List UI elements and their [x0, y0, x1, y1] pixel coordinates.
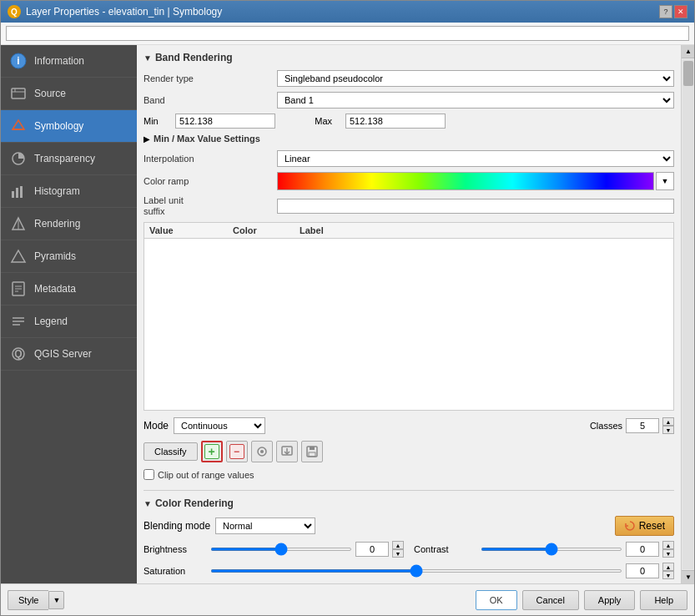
- band-rendering-header: ▼ Band Rendering: [144, 52, 674, 63]
- color-ramp-dropdown-btn[interactable]: ▼: [656, 172, 674, 190]
- min-label: Min: [144, 116, 169, 126]
- brightness-label: Brightness: [144, 544, 210, 554]
- saturation-slider[interactable]: [210, 569, 622, 573]
- svg-point-23: [260, 450, 264, 453]
- interpolation-row: Interpolation Linear Discrete Exact: [144, 150, 674, 167]
- load-button[interactable]: [276, 441, 298, 462]
- help-button[interactable]: Help: [640, 590, 687, 610]
- minmax-settings-row[interactable]: ▶ Min / Max Value Settings: [144, 134, 674, 144]
- classes-up-btn[interactable]: ▲: [662, 417, 674, 426]
- search-input[interactable]: [6, 26, 689, 41]
- sidebar-item-pyramids[interactable]: Pyramids: [1, 240, 137, 273]
- band-select[interactable]: Band 1: [277, 92, 674, 109]
- sidebar-label-rendering: Rendering: [34, 218, 80, 230]
- sidebar-item-rendering[interactable]: Rendering: [1, 208, 137, 240]
- classify-button[interactable]: Classify: [144, 442, 198, 461]
- contrast-down-btn[interactable]: ▼: [662, 549, 674, 558]
- sidebar-item-qgis-server[interactable]: Q QGIS Server: [1, 338, 137, 371]
- table-body: [144, 239, 673, 410]
- sidebar-item-source[interactable]: Source: [1, 78, 137, 110]
- sidebar-item-metadata[interactable]: Metadata: [1, 273, 137, 305]
- color-picker-icon: [255, 445, 269, 458]
- minmax-row: Min Max: [144, 114, 674, 129]
- band-rendering-arrow: ▼: [144, 53, 152, 63]
- color-rendering-arrow: ▼: [144, 499, 152, 508]
- sidebar-item-histogram[interactable]: Histogram: [1, 175, 137, 208]
- search-bar: [1, 23, 694, 45]
- scrollbar-thumb[interactable]: [683, 61, 693, 86]
- table-header-color: Color: [233, 225, 300, 235]
- mode-select[interactable]: Continuous Equal interval Quantile: [174, 417, 265, 434]
- color-rendering-section: ▼ Color Rendering Blending mode Normal M…: [144, 490, 674, 583]
- minimize-button[interactable]: ?: [659, 5, 672, 18]
- table-header-label: Label: [300, 225, 668, 235]
- render-type-control: Singleband pseudocolor: [277, 70, 674, 87]
- close-button[interactable]: ✕: [674, 5, 687, 18]
- svg-rect-2: [12, 88, 25, 98]
- metadata-icon: [9, 280, 28, 298]
- sidebar-item-transparency[interactable]: Transparency: [1, 143, 137, 175]
- scrollbar-up-btn[interactable]: ▲: [682, 45, 694, 58]
- add-value-button[interactable]: +: [201, 441, 223, 462]
- render-type-select[interactable]: Singleband pseudocolor: [277, 70, 674, 87]
- contrast-slider[interactable]: [481, 548, 622, 551]
- contrast-value-input[interactable]: [626, 542, 659, 557]
- sidebar: i Information Source Symbology: [1, 45, 137, 583]
- saturation-down-btn[interactable]: ▼: [662, 571, 674, 579]
- render-type-label: Render type: [144, 73, 277, 83]
- max-label: Max: [282, 116, 332, 126]
- reset-button[interactable]: Reset: [615, 516, 674, 536]
- saturation-value-input[interactable]: [626, 563, 659, 578]
- classes-spinner: ▲ ▼: [662, 417, 674, 434]
- color-ramp-display[interactable]: [277, 172, 654, 190]
- ok-button[interactable]: OK: [476, 590, 517, 610]
- color-ramp-label: Color ramp: [144, 176, 277, 186]
- scrollbar-down-btn[interactable]: ▼: [682, 570, 694, 583]
- action-row: Classify + −: [144, 441, 674, 462]
- blending-mode-select[interactable]: Normal Multiply Screen Overlay: [215, 518, 315, 534]
- sidebar-item-legend[interactable]: Legend: [1, 305, 137, 338]
- classes-down-btn[interactable]: ▼: [662, 426, 674, 434]
- color-picker-button[interactable]: [251, 441, 273, 462]
- right-panel: ▼ Band Rendering Render type Singleband …: [137, 45, 681, 583]
- blending-row: Blending mode Normal Multiply Screen Ove…: [144, 516, 674, 536]
- main-content: i Information Source Symbology: [1, 45, 694, 583]
- table-header: Value Color Label: [144, 223, 673, 239]
- minmax-settings-label: Min / Max Value Settings: [154, 134, 260, 144]
- bottom-bar: Style ▼ OK Cancel Apply Help: [1, 583, 694, 615]
- brightness-slider[interactable]: [210, 548, 352, 551]
- sidebar-item-information[interactable]: i Information: [1, 45, 137, 78]
- max-input[interactable]: [345, 114, 446, 129]
- svg-rect-7: [12, 191, 14, 198]
- mode-row: Mode Continuous Equal interval Quantile …: [144, 417, 674, 434]
- label-unit-suffix-input[interactable]: [277, 199, 674, 214]
- main-window: Q Layer Properties - elevation_tin | Sym…: [0, 0, 695, 616]
- save-button[interactable]: [301, 441, 323, 462]
- sidebar-label-histogram: Histogram: [34, 185, 80, 197]
- cancel-button[interactable]: Cancel: [522, 590, 579, 610]
- sidebar-label-source: Source: [34, 88, 66, 99]
- sidebar-item-symbology[interactable]: Symbology: [1, 110, 137, 143]
- style-button[interactable]: Style: [8, 590, 48, 610]
- brightness-row: Brightness ▲ ▼ Contrast: [144, 541, 674, 558]
- apply-button[interactable]: Apply: [584, 590, 636, 610]
- saturation-label: Saturation: [144, 566, 210, 576]
- sidebar-label-information: Information: [34, 55, 84, 67]
- value-table: Value Color Label: [144, 222, 674, 411]
- clip-checkbox[interactable]: [144, 469, 154, 480]
- blending-mode-label: Blending mode: [144, 520, 210, 532]
- min-input[interactable]: [175, 114, 275, 129]
- classes-input[interactable]: [626, 418, 659, 433]
- brightness-down-btn[interactable]: ▼: [392, 549, 404, 558]
- remove-value-button[interactable]: −: [226, 441, 248, 462]
- brightness-value-input[interactable]: [355, 542, 389, 557]
- label-unit-suffix-control: [277, 199, 674, 214]
- interpolation-select[interactable]: Linear Discrete Exact: [277, 150, 674, 167]
- mode-left: Mode Continuous Equal interval Quantile: [144, 417, 265, 434]
- contrast-up-btn[interactable]: ▲: [662, 541, 674, 549]
- band-control: Band 1: [277, 92, 674, 109]
- saturation-up-btn[interactable]: ▲: [662, 563, 674, 571]
- brightness-up-btn[interactable]: ▲: [392, 541, 404, 549]
- interpolation-control: Linear Discrete Exact: [277, 150, 674, 167]
- style-dropdown-button[interactable]: ▼: [48, 591, 64, 609]
